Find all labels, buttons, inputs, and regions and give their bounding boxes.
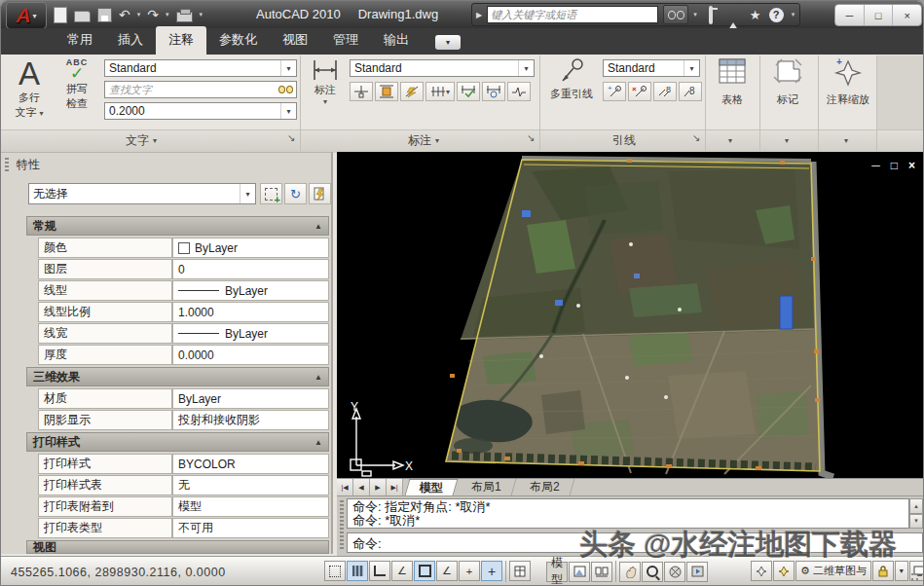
section-3d-effects[interactable]: 三维效果▲ (26, 367, 329, 386)
viewport-minimize-button[interactable]: ─ (871, 160, 880, 171)
dimension-panel-label[interactable]: 标注▾ (408, 132, 439, 149)
palette-grip[interactable] (5, 158, 9, 171)
undo-button[interactable]: ↶ (119, 7, 130, 22)
communication-center-icon[interactable] (724, 8, 742, 22)
section-general[interactable]: 常规▲ (26, 216, 329, 236)
text-style-select[interactable]: Standard ▾ (104, 59, 297, 77)
steering-wheel-button[interactable] (664, 562, 685, 582)
ortho-toggle[interactable] (369, 561, 390, 581)
table-button[interactable]: 表格 (707, 57, 758, 128)
tab-home[interactable]: 常用 (55, 26, 105, 55)
section-plot-style[interactable]: 打印样式▲ (26, 432, 329, 452)
dim-spacing-button[interactable] (375, 82, 398, 101)
prop-value-material[interactable]: ByLayer (172, 388, 329, 409)
tab-nav-prev[interactable]: ◀ (353, 479, 370, 495)
status-menu-dropdown[interactable]: ▾ (895, 561, 908, 581)
redo-dropdown[interactable]: ▾ (166, 11, 169, 18)
tab-layout1[interactable]: 布局1 (458, 479, 517, 495)
prop-value-plotattach[interactable]: 模型 (172, 496, 329, 517)
search-collapse-icon[interactable]: ▶ (476, 11, 482, 19)
new-file-button[interactable] (54, 7, 67, 23)
pan-button[interactable] (619, 562, 641, 582)
prop-value-thickness[interactable]: 0.0000 (172, 345, 329, 365)
tab-parametric[interactable]: 参数化 (206, 26, 270, 55)
annoscale-panel-dropdown[interactable]: ▾ (844, 136, 848, 145)
search-dropdown[interactable]: ▾ (693, 11, 697, 18)
annotation-visibility-button[interactable] (773, 561, 795, 581)
grid-toggle[interactable] (347, 561, 368, 581)
dim-style-select[interactable]: Standard ▾ (350, 59, 535, 77)
text-height-select[interactable]: 0.2000 ▾ (104, 102, 297, 120)
annotation-scale-status-button[interactable] (751, 561, 772, 581)
search-input[interactable] (487, 6, 658, 23)
osnap-toggle[interactable] (414, 561, 435, 581)
dyn-toggle[interactable]: + (481, 561, 502, 581)
otrack-toggle[interactable]: ∠ (436, 561, 458, 581)
scroll-down-button[interactable]: ▼ (909, 514, 923, 530)
dimension-dialog-launcher[interactable]: ↘ (527, 132, 535, 143)
dimension-button[interactable]: 标注 ▾ (305, 57, 346, 128)
prop-value-plotstyle[interactable]: BYCOLOR (172, 454, 329, 474)
drawing-viewport[interactable]: ─ □ × Y X (337, 152, 924, 478)
quick-select-button[interactable] (309, 183, 331, 204)
zoom-button[interactable] (642, 562, 663, 582)
subscription-key-icon[interactable] (702, 8, 720, 22)
prop-value-shadow[interactable]: 投射和接收阴影 (172, 410, 329, 430)
command-history[interactable]: 命令: 指定对角点: *取消* 命令: *取消* (347, 498, 909, 529)
text-panel-label[interactable]: 文字▾ (126, 132, 157, 149)
viewport-restore-button[interactable]: □ (891, 160, 898, 171)
qat-customize-dropdown[interactable]: ▾ (200, 11, 203, 18)
prop-value-lineweight[interactable]: ByLayer (172, 323, 329, 344)
close-button[interactable]: × (893, 5, 921, 25)
lock-ui-button[interactable] (872, 561, 894, 581)
dim-jogline-button[interactable] (507, 82, 531, 101)
section-view[interactable]: 视图 (26, 540, 329, 554)
favorites-star-icon[interactable]: ★ (747, 8, 764, 22)
resize-grip[interactable] (910, 572, 920, 582)
maximize-button[interactable]: □ (865, 5, 894, 25)
dim-jog-button[interactable] (400, 82, 424, 101)
command-grip[interactable] (340, 500, 344, 549)
tab-model[interactable]: 模型 (405, 479, 459, 495)
snap-toggle[interactable] (324, 561, 346, 581)
collect-leaders-button[interactable]: 8 (679, 82, 702, 101)
markup-panel-dropdown[interactable]: ▾ (785, 136, 789, 145)
quick-properties-toggle[interactable] (509, 561, 531, 581)
spell-check-button[interactable]: ABC ✓ 拼写 检查 (55, 57, 98, 128)
find-text-icon[interactable] (275, 86, 296, 93)
mtext-button[interactable]: A 多行 文字 ▾ (7, 57, 52, 128)
redo-button[interactable]: ↷ (147, 7, 159, 22)
prop-value-layer[interactable]: 0 (172, 259, 329, 279)
open-file-button[interactable] (74, 7, 91, 22)
tab-nav-last[interactable]: ▶| (387, 479, 403, 495)
selection-select[interactable]: 无选择 ▾ (28, 183, 256, 204)
app-menu-button[interactable]: A ▾ (6, 2, 47, 29)
leader-dialog-launcher[interactable]: ↘ (692, 132, 700, 143)
prop-value-plottype[interactable]: 不可用 (172, 518, 329, 538)
ribbon-minimize-button[interactable]: ▾ (435, 35, 461, 50)
help-dropdown[interactable]: ▾ (792, 11, 795, 18)
tab-insert[interactable]: 插入 (105, 26, 156, 55)
undo-dropdown[interactable]: ▾ (137, 11, 141, 18)
minimize-button[interactable]: ─ (835, 5, 865, 25)
tab-annotate[interactable]: 注释 (156, 26, 206, 55)
scroll-up-button[interactable]: ▲ (909, 498, 923, 514)
tab-nav-first[interactable]: |◀ (337, 479, 353, 495)
table-panel-dropdown[interactable]: ▾ (728, 136, 732, 145)
tab-layout2[interactable]: 布局2 (515, 479, 574, 495)
dim-break-button[interactable] (350, 82, 373, 101)
command-input[interactable]: 命令: (347, 532, 923, 553)
prop-value-ltscale[interactable]: 1.0000 (172, 302, 329, 322)
dim-inspect-button[interactable] (457, 82, 480, 101)
layout-button[interactable] (569, 562, 590, 582)
select-objects-button[interactable]: ↻ (284, 183, 307, 204)
plot-button[interactable] (176, 7, 193, 22)
polar-toggle[interactable]: ∠ (391, 561, 413, 581)
search-icon[interactable] (663, 5, 688, 24)
help-icon[interactable]: ? (769, 8, 787, 22)
ducs-toggle[interactable]: + (459, 561, 480, 581)
show-motion-button[interactable] (686, 562, 708, 582)
multileader-button[interactable]: 多重引线 (544, 57, 599, 128)
annotation-scale-button[interactable]: + 注释缩放 (820, 57, 876, 128)
align-leaders-button[interactable]: 8 (653, 82, 677, 101)
